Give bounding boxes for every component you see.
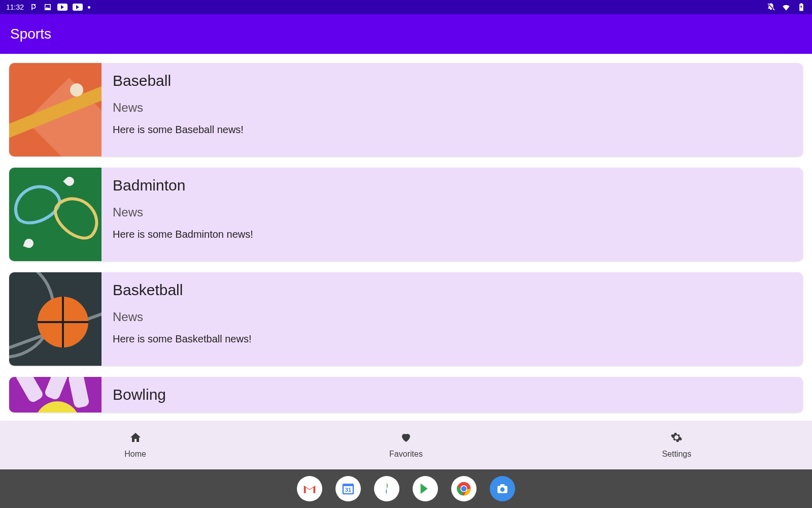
system-dock: 31: [0, 469, 812, 508]
card-title: Bowling: [113, 386, 166, 403]
badminton-image: [9, 168, 101, 261]
home-icon: [129, 431, 142, 446]
more-notifications-dot: [88, 6, 90, 9]
card-title: Baseball: [113, 72, 244, 89]
svg-point-5: [461, 486, 467, 492]
page-title: Sports: [10, 26, 51, 42]
app-bar: Sports: [0, 14, 812, 54]
card-title: Badminton: [113, 177, 253, 194]
list-item[interactable]: Badminton News Here is some Badminton ne…: [9, 168, 803, 261]
gmail-app-icon[interactable]: [297, 476, 322, 501]
card-body: Here is some Basketball news!: [113, 333, 251, 345]
nav-favorites[interactable]: Favorites: [270, 421, 541, 469]
heart-icon: [400, 431, 412, 446]
camera-app-icon[interactable]: [490, 476, 515, 501]
youtube-notification-icon: [57, 4, 67, 11]
svg-rect-8: [500, 484, 505, 486]
dnd-off-icon: [766, 3, 775, 12]
nav-label: Home: [124, 450, 146, 459]
nav-home[interactable]: Home: [0, 421, 270, 469]
youtube-notification-icon: [73, 4, 83, 11]
card-body: Here is some Baseball news!: [113, 124, 244, 136]
card-body: Here is some Badminton news!: [113, 229, 253, 240]
chrome-app-icon[interactable]: [451, 476, 477, 501]
samsung-pay-icon: [29, 3, 38, 12]
nav-label: Settings: [662, 450, 691, 459]
basketball-image: [9, 272, 101, 366]
gear-icon: [670, 431, 683, 446]
nav-label: Favorites: [389, 450, 423, 459]
list-item[interactable]: Basketball News Here is some Basketball …: [9, 272, 803, 366]
card-title: Basketball: [113, 281, 251, 299]
card-subtitle: News: [113, 310, 251, 324]
sports-list: Baseball News Here is some Baseball news…: [0, 54, 812, 412]
svg-text:31: 31: [345, 487, 352, 493]
photos-app-icon[interactable]: [374, 476, 399, 501]
card-subtitle: News: [113, 101, 244, 115]
battery-charging-icon: [797, 3, 806, 12]
image-notification-icon: [43, 3, 52, 12]
card-subtitle: News: [113, 205, 253, 219]
play-store-app-icon[interactable]: [413, 476, 438, 501]
calendar-app-icon[interactable]: 31: [335, 476, 361, 501]
wifi-icon: [782, 3, 791, 12]
android-status-bar: 11:32: [0, 0, 812, 14]
baseball-image: [9, 63, 101, 156]
nav-settings[interactable]: Settings: [542, 421, 812, 469]
content-scroll[interactable]: Baseball News Here is some Baseball news…: [0, 54, 812, 421]
status-time: 11:32: [6, 3, 24, 11]
list-item[interactable]: Baseball News Here is some Baseball news…: [9, 63, 803, 156]
bowling-image: [9, 377, 101, 412]
list-item[interactable]: Bowling: [9, 377, 803, 412]
bottom-navigation: Home Favorites Settings: [0, 421, 812, 469]
svg-point-7: [500, 487, 505, 492]
